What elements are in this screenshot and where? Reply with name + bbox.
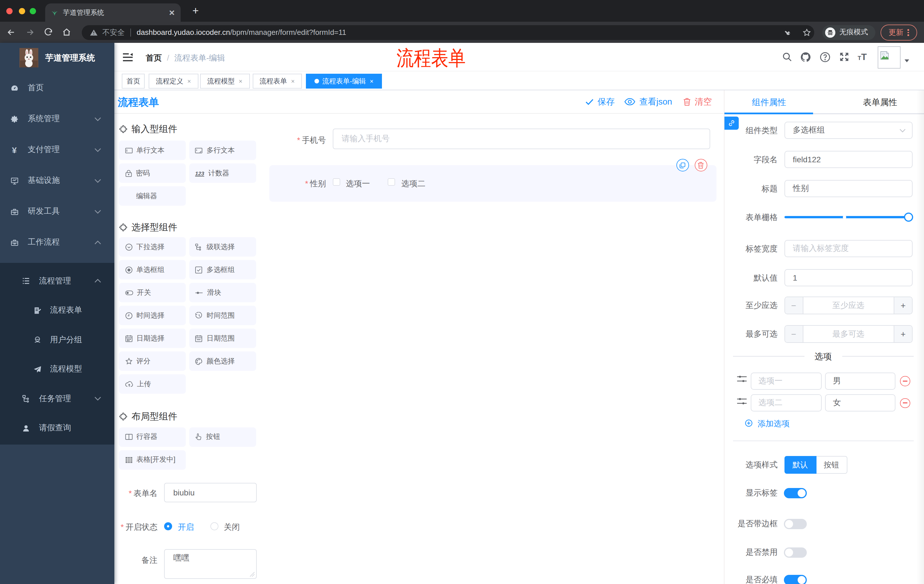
fullscreen-icon[interactable] [839,51,850,62]
option1-name-input[interactable]: 选项一 [751,372,822,390]
component-upload[interactable]: 上传 [119,374,186,394]
status-off-radio[interactable] [210,522,218,530]
home-icon[interactable] [62,28,71,37]
update-button[interactable]: 更新 [880,25,917,41]
tag-process-form-edit[interactable]: 流程表单-编辑× [306,74,382,89]
tag-home[interactable]: 首页 [122,74,145,89]
component-radio-group[interactable]: 单选框组 [119,260,186,280]
grid-slider-track[interactable] [784,216,912,218]
component-counter[interactable]: 123计数器 [189,163,256,183]
form-name-input[interactable]: biubiu [164,483,257,502]
stepper-minus-button[interactable]: − [785,297,802,314]
avatar-caret-icon[interactable] [904,59,909,62]
avatar[interactable] [878,46,900,68]
sidebar-item-workflow[interactable]: 工作流程 [0,227,114,258]
component-time-range[interactable]: 时间范围 [189,306,256,325]
browser-menu-icon[interactable] [908,30,909,36]
sidebar-item-process-model[interactable]: 流程模型 [0,355,114,384]
component-button[interactable]: 按钮 [189,427,256,447]
sidebar-item-process-mgmt[interactable]: 流程管理 [0,266,114,296]
breadcrumb-home[interactable]: 首页 [146,53,162,62]
component-date-range[interactable]: 日期范围 [189,329,256,348]
drag-handle-icon[interactable] [737,397,747,405]
github-icon[interactable] [800,51,811,63]
tab-component-props[interactable]: 组件属性 [752,97,786,108]
tag-process-model[interactable]: 流程模型× [200,74,249,89]
clear-button[interactable]: 清空 [683,90,712,113]
option2-name-input[interactable]: 选项二 [751,394,822,411]
disabled-switch[interactable] [784,547,807,558]
drawing-board[interactable]: *手机号 请输入手机号 *性别 选项一 选项二 [260,114,724,584]
tag-process-definition[interactable]: 流程定义× [148,74,198,89]
password-key-icon[interactable] [784,29,792,37]
status-off-label[interactable]: 关闭 [224,522,240,533]
component-switch[interactable]: 开关 [119,283,186,302]
tag-close-icon[interactable]: × [239,78,243,85]
phone-field-input[interactable]: 请输入手机号 [332,128,710,149]
required-switch[interactable] [784,574,807,584]
sidebar-item-payment[interactable]: ¥ 支付管理 [0,134,114,165]
remove-option1-button[interactable] [900,376,910,386]
sidebar-item-task-mgmt[interactable]: 任务管理 [0,384,114,413]
sidebar-item-home[interactable]: 首页 [0,72,114,104]
url-bar[interactable]: 不安全 dashboard.yudao.iocoder.cn/bpm/manag… [82,25,814,40]
component-table[interactable]: 表格[开发中] [119,450,186,469]
sidebar-item-process-form[interactable]: 流程表单 [0,296,114,325]
min-select-input[interactable]: 至少应选 [802,297,894,314]
component-single-line-text[interactable]: 单行文本 [119,141,186,160]
back-icon[interactable] [6,28,16,37]
component-date-picker[interactable]: 日期选择 [119,329,186,348]
new-tab-button[interactable]: + [190,5,201,16]
font-size-icon[interactable]: TT [858,52,867,62]
gender-option1-label[interactable]: 选项一 [346,179,370,189]
option2-value-input[interactable]: 女 [825,394,895,411]
style-default-button[interactable]: 默认 [784,456,816,474]
style-button-button[interactable]: 按钮 [816,456,847,474]
collapse-menu-icon[interactable] [123,53,133,62]
gender-option2-checkbox[interactable] [388,178,395,186]
status-on-radio[interactable] [164,522,172,530]
stepper-plus-button[interactable]: + [894,297,912,314]
tag-close-icon[interactable]: × [370,78,374,85]
sidebar-item-infra[interactable]: 基础设施 [0,165,114,196]
add-option-button[interactable] [745,419,752,426]
component-multi-line-text[interactable]: 多行文本 [189,141,256,160]
border-switch[interactable] [784,519,807,529]
add-option-label[interactable]: 添加选项 [757,419,790,429]
component-slider[interactable]: 滑块 [189,283,256,302]
remove-option2-button[interactable] [900,398,910,408]
view-json-button[interactable]: 查看json [624,90,672,113]
resize-handle[interactable] [250,572,254,577]
field-name-input[interactable]: field122 [784,151,912,168]
tag-process-form[interactable]: 流程表单× [252,74,302,89]
help-icon[interactable] [819,51,831,63]
default-value-input[interactable]: 1 [784,269,912,286]
drag-handle-icon[interactable] [737,375,747,383]
save-button[interactable]: 保存 [586,90,615,113]
gender-option1-checkbox[interactable] [332,178,340,186]
label-width-input[interactable]: 请输入标签宽度 [784,240,912,257]
component-password[interactable]: 密码 [119,163,186,183]
component-cascader[interactable]: 级联选择 [189,237,256,257]
component-editor[interactable]: 编辑器 [119,186,186,206]
traffic-minimize-button[interactable] [18,8,25,14]
component-rate[interactable]: 评分 [119,351,186,371]
gender-option2-label[interactable]: 选项二 [401,179,426,189]
forward-icon[interactable] [25,28,35,37]
tag-close-icon[interactable]: × [291,78,295,85]
type-select[interactable]: 多选框组 [784,122,912,138]
traffic-close-button[interactable] [6,8,13,14]
sidebar-item-devtools[interactable]: 研发工具 [0,196,114,227]
component-time-picker[interactable]: 时间选择 [119,306,186,325]
component-color-picker[interactable]: 颜色选择 [189,351,256,371]
title-input[interactable]: 性别 [784,180,912,197]
form-remark-textarea[interactable]: 嘿嘿 [164,549,257,579]
tab-close-icon[interactable]: ✕ [169,8,175,17]
bookmark-star-icon[interactable] [802,28,811,37]
sidebar-item-user-group[interactable]: 用户分组 [0,325,114,355]
sidebar-item-leave-query[interactable]: 请假查询 [0,413,114,443]
tag-close-icon[interactable]: × [187,78,191,85]
component-checkbox-group[interactable]: 多选框组 [189,260,256,280]
sidebar-item-system[interactable]: 系统管理 [0,104,114,134]
show-label-switch[interactable] [784,488,807,498]
